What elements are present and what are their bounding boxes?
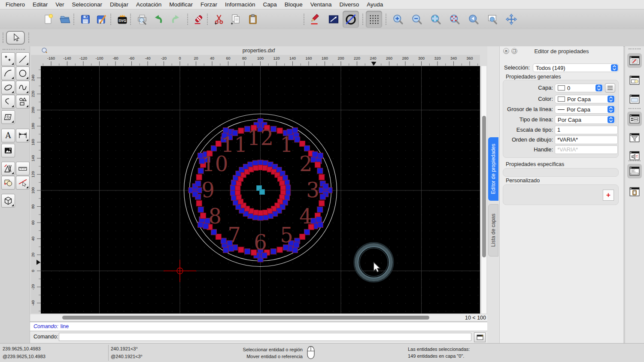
zoom-in-button[interactable] bbox=[390, 11, 406, 28]
property-input[interactable]: *VARIA* bbox=[555, 136, 618, 144]
circle-draw-button[interactable] bbox=[16, 66, 30, 80]
property-input[interactable]: 1 bbox=[555, 126, 618, 134]
spline-tool-button[interactable] bbox=[16, 81, 30, 94]
svg-text:220: 220 bbox=[354, 56, 360, 60]
menu-item-2[interactable]: Ver bbox=[52, 0, 68, 9]
circle-tool-button[interactable] bbox=[343, 11, 359, 28]
snap-tool-button[interactable] bbox=[16, 176, 30, 190]
delete-button[interactable] bbox=[191, 11, 207, 28]
solid-3d-tool-button[interactable] bbox=[1, 194, 15, 208]
dimension-tool-button[interactable] bbox=[16, 129, 30, 142]
property-label: Color: bbox=[503, 95, 553, 103]
specific-properties-group bbox=[503, 168, 619, 177]
arc-tool-button[interactable] bbox=[1, 66, 15, 80]
drawing-canvas[interactable]: 123456789101112 bbox=[41, 66, 480, 314]
general-properties-group: Capa:0Color:Por CapaGrosor de la línea:P… bbox=[503, 80, 619, 158]
undo-button[interactable] bbox=[150, 11, 167, 28]
menu-item-13[interactable]: Ayuda bbox=[363, 0, 387, 9]
cut-button[interactable] bbox=[211, 11, 227, 28]
copy-button[interactable] bbox=[228, 11, 244, 28]
zoom-window-button[interactable] bbox=[484, 11, 501, 28]
menu-bar: FicheroEditarVerSeleccionarDibujarAcotac… bbox=[0, 0, 644, 9]
zoom-selection-button[interactable] bbox=[447, 11, 463, 28]
menu-item-4[interactable]: Dibujar bbox=[106, 0, 132, 9]
menu-item-9[interactable]: Capa bbox=[259, 0, 281, 9]
property-dropdown[interactable]: 0 bbox=[555, 84, 603, 92]
custom-properties-group: + bbox=[503, 184, 619, 205]
add-custom-property-button[interactable]: + bbox=[603, 190, 614, 201]
hatch-tool-button[interactable] bbox=[1, 110, 15, 124]
drafting-tools-button[interactable] bbox=[1, 162, 15, 175]
clipboard-window-button[interactable] bbox=[627, 184, 642, 199]
text-tool-button[interactable]: A bbox=[1, 129, 15, 142]
line-tool-button[interactable] bbox=[325, 11, 342, 28]
menu-item-5[interactable]: Acotación bbox=[132, 0, 165, 9]
property-input[interactable]: *VARIA* bbox=[555, 145, 618, 154]
color-swatch bbox=[558, 85, 565, 90]
command-options-button[interactable] bbox=[474, 332, 486, 342]
modify-tool-button[interactable] bbox=[1, 176, 15, 190]
menu-item-12[interactable]: Diverso bbox=[335, 0, 363, 9]
svg-export-button[interactable]: SVG bbox=[114, 11, 131, 28]
save-as-button[interactable] bbox=[94, 11, 110, 28]
redo-button[interactable] bbox=[167, 11, 184, 28]
tab-layer-list[interactable]: Lista de capas bbox=[488, 204, 498, 256]
menu-item-0[interactable]: Fichero bbox=[2, 0, 29, 9]
measure-tool-button[interactable] bbox=[16, 162, 30, 175]
filter-window-button[interactable] bbox=[627, 130, 642, 145]
save-button[interactable] bbox=[77, 11, 94, 28]
ellipse-tool-button[interactable] bbox=[1, 81, 15, 94]
menu-item-6[interactable]: Modificar bbox=[165, 0, 197, 9]
selection-dropdown[interactable]: Todos (149) bbox=[533, 63, 619, 72]
preview-window-button[interactable] bbox=[627, 92, 642, 106]
property-dropdown[interactable]: Por Capa bbox=[555, 95, 615, 103]
lineweight-swatch bbox=[558, 109, 565, 110]
vertical-scrollbar-thumb[interactable] bbox=[482, 116, 486, 257]
layer-list-window-button[interactable] bbox=[627, 112, 642, 126]
zoom-auto-icon bbox=[430, 13, 442, 25]
zoom-window-icon bbox=[486, 13, 498, 25]
paste-button[interactable] bbox=[245, 11, 261, 28]
document-titlebar[interactable]: properties.dxf bbox=[30, 46, 487, 55]
line-draw-button[interactable] bbox=[16, 52, 30, 66]
grid-toggle-button[interactable] bbox=[366, 11, 382, 28]
property-dropdown[interactable]: Por Capa bbox=[555, 105, 615, 114]
property-dropdown[interactable]: Por Capa bbox=[555, 115, 615, 124]
zoom-out-button[interactable] bbox=[409, 11, 425, 28]
draw-pencil-button[interactable] bbox=[307, 11, 324, 28]
menu-item-8[interactable]: Información bbox=[221, 0, 259, 9]
origin-marker bbox=[164, 260, 196, 282]
image-tool-button[interactable] bbox=[1, 144, 15, 157]
command-input[interactable] bbox=[59, 333, 471, 341]
horizontal-scrollbar-thumb[interactable] bbox=[62, 316, 429, 320]
menu-item-10[interactable]: Bloque bbox=[281, 0, 307, 9]
menu-item-1[interactable]: Editar bbox=[29, 0, 52, 9]
polyline-tool-button[interactable] bbox=[1, 95, 15, 109]
command-window-button[interactable] bbox=[627, 164, 642, 178]
print-preview-button[interactable] bbox=[134, 11, 150, 28]
new-file-button[interactable] bbox=[40, 11, 57, 28]
property-editor-window-button[interactable] bbox=[627, 53, 642, 68]
dropdown-value: Por Capa bbox=[567, 96, 591, 103]
zoom-auto-button[interactable] bbox=[428, 11, 444, 28]
pan-button[interactable] bbox=[503, 11, 519, 28]
point-tool-button[interactable] bbox=[1, 52, 15, 66]
horizontal-scrollbar[interactable] bbox=[41, 314, 462, 321]
select-tool-button[interactable] bbox=[6, 31, 25, 45]
menu-item-7[interactable]: Forzar bbox=[197, 0, 221, 9]
open-file-button[interactable] bbox=[57, 11, 73, 28]
property-label: Escala de tipo: bbox=[503, 126, 553, 134]
vertical-scrollbar[interactable] bbox=[481, 66, 486, 314]
zoom-previous-button[interactable] bbox=[465, 11, 482, 28]
svg-text:SVG: SVG bbox=[118, 18, 127, 23]
menu-item-11[interactable]: Ventana bbox=[307, 0, 336, 9]
tab-property-editor[interactable]: Editor de propiedades bbox=[488, 137, 498, 201]
shapes-tool-button[interactable] bbox=[16, 95, 30, 109]
toolbar-separator bbox=[207, 14, 209, 25]
block-list-window-button[interactable] bbox=[627, 73, 642, 87]
svg-text:-60: -60 bbox=[129, 56, 134, 60]
menu-item-3[interactable]: Seleccionar bbox=[68, 0, 106, 9]
clock-number: 1 bbox=[280, 133, 293, 157]
status-bar: 239.9625,10.4983 @239.9625,10.4983 240.1… bbox=[0, 343, 644, 362]
layer-options-button[interactable] bbox=[605, 83, 615, 93]
